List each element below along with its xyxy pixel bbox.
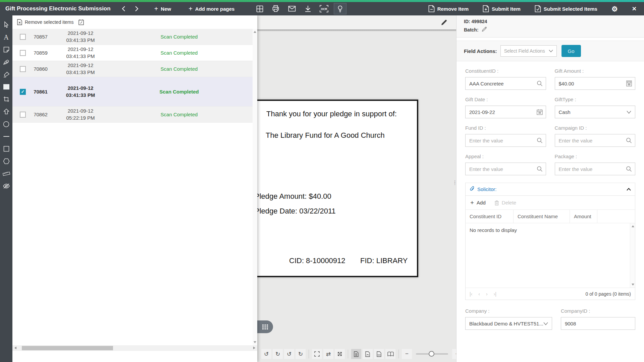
- search-icon[interactable]: [626, 166, 632, 173]
- print-button[interactable]: [269, 3, 282, 14]
- highlighter-tool-button[interactable]: [1, 70, 11, 79]
- table-vertical-scrollbar[interactable]: [630, 223, 635, 288]
- single-page-view-button[interactable]: [351, 349, 361, 359]
- column-header[interactable]: Constituent Name: [514, 210, 570, 223]
- list-item[interactable]: 70857 2021-09-1203:41:33 PM Scan Complet…: [12, 29, 253, 45]
- list-item[interactable]: 70862 2021-09-1205:22:19 PM Scan Complet…: [12, 107, 253, 123]
- close-button[interactable]: ✕: [629, 4, 639, 14]
- edit-batch-button[interactable]: [481, 26, 487, 33]
- line-tool-button[interactable]: [1, 132, 11, 141]
- remove-selected-items-button[interactable]: Remove selected items: [17, 19, 74, 25]
- new-button[interactable]: + New: [152, 3, 174, 14]
- scroll-up-arrow[interactable]: [254, 31, 256, 33]
- highlight-fields-button[interactable]: [334, 3, 346, 14]
- add-more-pages-button[interactable]: + Add more pages: [186, 3, 237, 14]
- list-vertical-scrollbar[interactable]: [253, 29, 257, 345]
- collapse-section-button[interactable]: [627, 187, 631, 192]
- panel-resize-handle[interactable]: ⁞⁞: [453, 181, 456, 196]
- column-header[interactable]: Constituent ID: [466, 210, 514, 223]
- download-button[interactable]: [302, 3, 314, 14]
- rotate-right-button[interactable]: ↻: [273, 349, 283, 359]
- page-scroll-view-button[interactable]: [363, 349, 373, 359]
- company-id-input[interactable]: [561, 317, 635, 330]
- edit-document-button[interactable]: [439, 18, 449, 27]
- delete-solicitor-button[interactable]: Delete: [494, 200, 516, 205]
- previous-item-button[interactable]: [119, 4, 128, 14]
- gift-date-input[interactable]: [465, 106, 546, 118]
- package-input[interactable]: [555, 163, 636, 175]
- list-item-selected[interactable]: 70861 2021-09-1203:41:33 PM Scan Complet…: [12, 77, 253, 107]
- fit-width-button[interactable]: ⇄: [323, 349, 333, 359]
- row-checkbox[interactable]: [20, 66, 26, 72]
- company-select[interactable]: Blackbaud Demo & HVTEST51...: [465, 317, 552, 330]
- grid-view-button[interactable]: [253, 3, 266, 14]
- select-tool-button[interactable]: [1, 20, 11, 29]
- hide-annotations-button[interactable]: [1, 181, 11, 191]
- submit-selected-items-button[interactable]: Submit Selected Items: [532, 3, 600, 14]
- scroll-down-arrow[interactable]: [254, 341, 256, 343]
- solicitor-header[interactable]: Solicitor:: [466, 183, 635, 196]
- search-icon[interactable]: [626, 137, 632, 145]
- list-item[interactable]: 70859 2021-09-1203:41:33 PM Scan Complet…: [12, 45, 253, 61]
- zoom-slider-thumb[interactable]: [429, 351, 434, 357]
- crop-tool-button[interactable]: [1, 95, 11, 104]
- next-item-button[interactable]: [132, 4, 142, 14]
- last-page-button[interactable]: ›|: [494, 291, 496, 297]
- polygon-tool-button[interactable]: [1, 157, 11, 166]
- grid-flyout-handle[interactable]: [257, 320, 273, 333]
- fit-page-button[interactable]: [335, 349, 345, 359]
- appeal-input[interactable]: [465, 163, 546, 175]
- gift-type-select[interactable]: Cash: [555, 106, 636, 118]
- next-page-button[interactable]: ›: [486, 291, 488, 297]
- page-source-view-button[interactable]: [374, 349, 384, 359]
- scroll-down-arrow[interactable]: [632, 284, 634, 286]
- list-horizontal-scrollbar[interactable]: [12, 345, 257, 351]
- text-tool-button[interactable]: A: [1, 33, 11, 42]
- calculator-icon[interactable]: [626, 80, 632, 88]
- search-icon[interactable]: [537, 80, 543, 88]
- measure-tool-button[interactable]: [1, 169, 11, 178]
- fullscreen-button[interactable]: [312, 349, 322, 359]
- row-checkbox[interactable]: [20, 112, 26, 118]
- gift-amount-input[interactable]: [555, 77, 636, 90]
- scroll-right-arrow[interactable]: [253, 347, 255, 349]
- settings-button[interactable]: ⚙: [609, 3, 621, 14]
- row-checkbox[interactable]: [20, 34, 26, 40]
- arrow-shape-tool-button[interactable]: [1, 107, 11, 116]
- ellipse-tool-button[interactable]: [1, 119, 11, 129]
- rectangle-tool-button[interactable]: [1, 144, 11, 154]
- search-icon[interactable]: [537, 166, 543, 173]
- zoom-out-button[interactable]: −: [402, 349, 412, 359]
- previous-page-button[interactable]: ‹: [478, 291, 480, 297]
- list-item[interactable]: 70860 2021-09-1203:41:33 PM Scan Complet…: [12, 61, 253, 77]
- fund-id-input[interactable]: [465, 134, 546, 147]
- zoom-slider[interactable]: [416, 353, 448, 355]
- add-solicitor-button[interactable]: + Add: [470, 199, 486, 206]
- scrollbar-thumb[interactable]: [22, 346, 113, 350]
- column-header[interactable]: Amount: [570, 210, 597, 223]
- submit-item-button[interactable]: Submit Item: [480, 3, 523, 14]
- rotate-all-left-button[interactable]: ↺: [284, 349, 294, 359]
- constituent-id-input[interactable]: [465, 77, 546, 90]
- filled-rect-tool-button[interactable]: [1, 82, 11, 92]
- note-tool-button[interactable]: [1, 45, 11, 54]
- row-checkbox-checked[interactable]: [20, 89, 26, 95]
- remove-item-button[interactable]: Remove Item: [426, 3, 471, 14]
- calendar-icon[interactable]: [537, 109, 543, 116]
- go-button[interactable]: Go: [561, 45, 581, 57]
- email-button[interactable]: [285, 4, 298, 14]
- rotate-all-right-button[interactable]: ↻: [296, 349, 306, 359]
- edit-list-button[interactable]: [78, 19, 84, 25]
- first-page-button[interactable]: |‹: [470, 291, 472, 297]
- two-page-view-button[interactable]: [385, 349, 395, 359]
- rotate-left-button[interactable]: ↺: [261, 349, 271, 359]
- scroll-up-arrow[interactable]: [632, 225, 634, 227]
- field-actions-select[interactable]: Select Field Actions: [500, 45, 557, 57]
- search-icon[interactable]: [537, 137, 543, 145]
- zoom-slider-track[interactable]: [416, 353, 448, 355]
- pen-tool-button[interactable]: [1, 57, 11, 67]
- row-checkbox[interactable]: [20, 50, 26, 56]
- ocr-button[interactable]: OCR: [318, 3, 330, 14]
- campaign-id-input[interactable]: [555, 134, 636, 147]
- scroll-left-arrow[interactable]: [14, 347, 16, 349]
